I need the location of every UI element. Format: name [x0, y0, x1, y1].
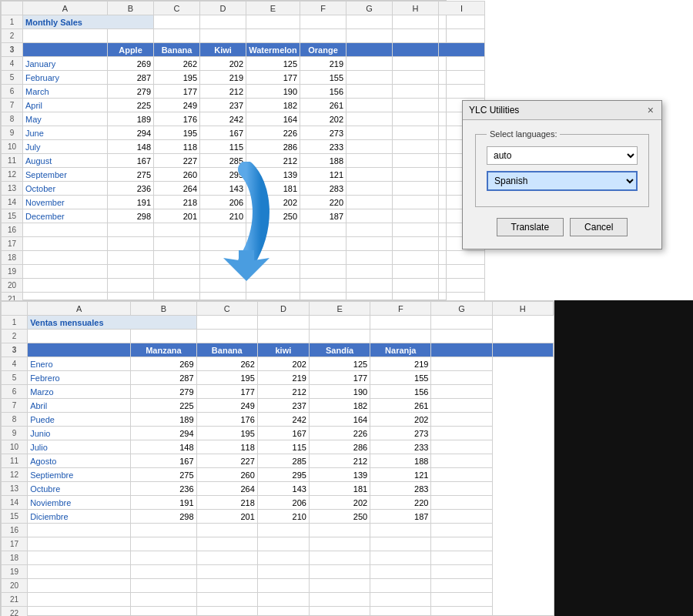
apple-cell[interactable]: 279: [108, 85, 154, 99]
orange-cell-bottom[interactable]: 220: [370, 496, 431, 510]
kiwi-cell-bottom[interactable]: 167: [257, 427, 309, 440]
watermelon-cell-bottom[interactable]: 202: [309, 496, 370, 510]
month-cell[interactable]: March: [23, 85, 108, 99]
apple-cell-bottom[interactable]: 148: [131, 440, 196, 454]
month-cell-bottom[interactable]: Junio: [28, 427, 131, 440]
watermelon-cell-bottom[interactable]: 139: [309, 468, 370, 482]
target-language-select[interactable]: Spanish: [487, 171, 638, 191]
apple-cell-bottom[interactable]: 279: [131, 385, 196, 399]
kiwi-cell-bottom[interactable]: 115: [257, 440, 309, 454]
watermelon-cell-bottom[interactable]: 164: [309, 413, 370, 427]
apple-cell[interactable]: 148: [108, 140, 154, 154]
banana-cell-bottom[interactable]: 227: [196, 454, 257, 468]
month-cell[interactable]: May: [23, 112, 108, 126]
banana-cell[interactable]: 195: [154, 71, 200, 85]
banana-cell-bottom[interactable]: 264: [196, 482, 257, 496]
banana-cell[interactable]: 118: [154, 140, 200, 154]
source-language-select[interactable]: auto: [487, 146, 638, 165]
month-cell-bottom[interactable]: Septiembre: [28, 468, 131, 482]
kiwi-cell[interactable]: 167: [200, 126, 246, 140]
watermelon-cell-bottom[interactable]: 181: [309, 482, 370, 496]
watermelon-cell-bottom[interactable]: 177: [309, 371, 370, 385]
col-header-g[interactable]: G: [346, 2, 393, 15]
month-cell-bottom[interactable]: Noviembre: [28, 496, 131, 510]
bottom-col-header-b[interactable]: B: [131, 302, 196, 316]
apple-cell[interactable]: 294: [108, 126, 154, 140]
month-cell-bottom[interactable]: Abril: [28, 399, 131, 413]
orange-cell[interactable]: 202: [300, 112, 346, 126]
watermelon-cell[interactable]: 164: [246, 112, 300, 126]
col-header-i[interactable]: I: [439, 2, 485, 15]
orange-cell-bottom[interactable]: 202: [370, 413, 431, 427]
banana-cell-bottom[interactable]: 195: [196, 427, 257, 440]
apple-cell[interactable]: 275: [108, 168, 154, 182]
bottom-col-header-e[interactable]: E: [309, 302, 370, 316]
kiwi-cell[interactable]: 202: [200, 57, 246, 71]
watermelon-cell-bottom[interactable]: 250: [309, 510, 370, 524]
banana-cell-bottom[interactable]: 176: [196, 413, 257, 427]
banana-cell[interactable]: 218: [154, 196, 200, 209]
orange-cell[interactable]: 283: [300, 182, 346, 196]
bottom-col-header-d[interactable]: D: [257, 302, 309, 316]
orange-cell-bottom[interactable]: 156: [370, 385, 431, 399]
month-cell-bottom[interactable]: Marzo: [28, 385, 131, 399]
kiwi-cell-bottom[interactable]: 295: [257, 468, 309, 482]
watermelon-cell-bottom[interactable]: 226: [309, 427, 370, 440]
banana-cell[interactable]: 177: [154, 85, 200, 99]
kiwi-cell-bottom[interactable]: 206: [257, 496, 309, 510]
watermelon-cell-bottom[interactable]: 212: [309, 454, 370, 468]
apple-cell[interactable]: 269: [108, 57, 154, 71]
kiwi-cell-bottom[interactable]: 202: [257, 357, 309, 371]
apple-cell-bottom[interactable]: 269: [131, 357, 196, 371]
banana-cell[interactable]: 260: [154, 168, 200, 182]
banana-cell[interactable]: 195: [154, 126, 200, 140]
month-cell[interactable]: December: [23, 209, 108, 223]
banana-cell-bottom[interactable]: 249: [196, 399, 257, 413]
cancel-button[interactable]: Cancel: [570, 218, 628, 236]
col-header-c[interactable]: C: [154, 2, 200, 15]
col-header-f[interactable]: F: [300, 2, 346, 15]
orange-cell[interactable]: 121: [300, 168, 346, 182]
apple-cell[interactable]: 191: [108, 196, 154, 209]
banana-cell-bottom[interactable]: 218: [196, 496, 257, 510]
watermelon-cell[interactable]: 182: [246, 99, 300, 112]
col-header-e[interactable]: E: [246, 2, 300, 15]
banana-cell-bottom[interactable]: 260: [196, 468, 257, 482]
orange-cell[interactable]: 219: [300, 57, 346, 71]
month-cell-bottom[interactable]: Diciembre: [28, 510, 131, 524]
top-title-cell[interactable]: Monthly Sales: [23, 15, 154, 29]
apple-cell-bottom[interactable]: 275: [131, 468, 196, 482]
apple-cell-bottom[interactable]: 294: [131, 427, 196, 440]
banana-cell-bottom[interactable]: 177: [196, 385, 257, 399]
orange-cell[interactable]: 273: [300, 126, 346, 140]
apple-cell-bottom[interactable]: 225: [131, 399, 196, 413]
orange-cell-bottom[interactable]: 261: [370, 399, 431, 413]
banana-cell[interactable]: 176: [154, 112, 200, 126]
bottom-col-header-g[interactable]: G: [431, 302, 492, 316]
watermelon-cell-bottom[interactable]: 190: [309, 385, 370, 399]
translate-button[interactable]: Translate: [497, 218, 564, 236]
month-cell[interactable]: October: [23, 182, 108, 196]
kiwi-cell-bottom[interactable]: 237: [257, 399, 309, 413]
orange-cell-bottom[interactable]: 283: [370, 482, 431, 496]
bottom-col-header-f[interactable]: F: [370, 302, 431, 316]
month-cell[interactable]: February: [23, 71, 108, 85]
orange-cell[interactable]: 261: [300, 99, 346, 112]
col-header-b[interactable]: B: [108, 2, 154, 15]
orange-cell[interactable]: 155: [300, 71, 346, 85]
banana-cell[interactable]: 201: [154, 209, 200, 223]
kiwi-cell-bottom[interactable]: 143: [257, 482, 309, 496]
kiwi-cell-bottom[interactable]: 285: [257, 454, 309, 468]
month-cell[interactable]: April: [23, 99, 108, 112]
month-cell-bottom[interactable]: Febrero: [28, 371, 131, 385]
banana-cell[interactable]: 249: [154, 99, 200, 112]
kiwi-cell[interactable]: 219: [200, 71, 246, 85]
banana-cell-bottom[interactable]: 201: [196, 510, 257, 524]
bottom-col-header-h[interactable]: H: [492, 302, 553, 316]
orange-cell[interactable]: 233: [300, 140, 346, 154]
orange-cell-bottom[interactable]: 121: [370, 468, 431, 482]
orange-cell-bottom[interactable]: 155: [370, 371, 431, 385]
kiwi-cell[interactable]: 212: [200, 85, 246, 99]
watermelon-cell-bottom[interactable]: 286: [309, 440, 370, 454]
apple-cell-bottom[interactable]: 287: [131, 371, 196, 385]
